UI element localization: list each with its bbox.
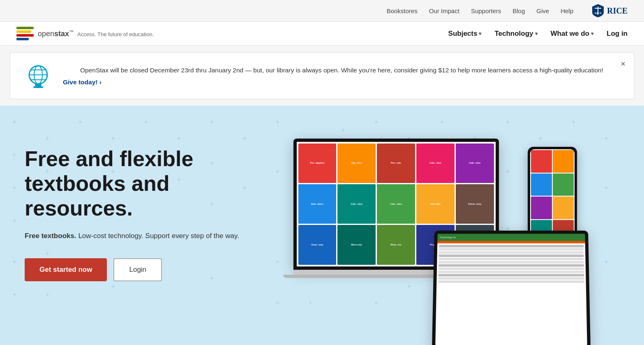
tablet-row	[439, 264, 584, 267]
nav-what-we-do-label: What we do	[551, 30, 589, 38]
top-utility-nav: Bookstores Our Impact Supporters Blog Gi…	[0, 0, 644, 22]
top-nav-supporters[interactable]: Supporters	[471, 7, 501, 14]
banner-give-link[interactable]: Give today! ›	[63, 79, 621, 86]
book-tile: Chem- istry	[456, 184, 494, 224]
openstax-logo[interactable]: openstax™ Access. The future of educatio…	[16, 27, 154, 40]
nav-subjects[interactable]: Subjects ▾	[448, 30, 482, 38]
logo-book-stack	[16, 27, 34, 40]
book-line-green	[16, 27, 34, 29]
logo-stax: stax	[54, 30, 69, 38]
top-nav-blog[interactable]: Blog	[512, 7, 525, 14]
tablet-row	[438, 277, 584, 280]
tablet-row	[439, 258, 584, 260]
rice-text: RICE	[607, 6, 628, 16]
banner-text: OpenStax will be closed December 23rd th…	[63, 65, 621, 75]
hero-subtitle-bold: Free textbooks.	[25, 232, 76, 240]
phone-tile	[553, 174, 574, 196]
rice-university-logo[interactable]: RICE RICE	[591, 3, 628, 18]
book-tile: Pre- algebra	[298, 144, 337, 183]
book-tile: Phys- ics	[377, 225, 415, 264]
book-tile: Calc- ulus	[337, 184, 376, 224]
svg-rect-6	[35, 84, 42, 86]
tablet-mockup: Psychology 2e	[433, 229, 589, 345]
phone-tile	[553, 150, 574, 173]
svg-rect-7	[33, 86, 43, 88]
book-tile: Calc- ulus	[377, 184, 415, 224]
chevron-down-icon: ▾	[535, 31, 538, 37]
hero-section: ++++++++++++++++++++++++++++++++++++++++…	[0, 106, 644, 345]
tablet-row	[439, 248, 583, 250]
hero-subtitle-rest: Low-cost technology. Support every step …	[78, 232, 239, 240]
svg-text:RICE: RICE	[595, 12, 602, 15]
phone-tile	[531, 197, 552, 219]
phone-tile	[531, 174, 552, 196]
tablet-row	[439, 251, 584, 254]
chevron-down-icon: ▾	[479, 31, 481, 37]
phone-tile	[531, 150, 552, 173]
tablet-row	[438, 267, 584, 270]
nav-login[interactable]: Log in	[607, 30, 628, 38]
hero-device-mockups: Pre- algebraAlg- ebraPre- calcCalc- ulus…	[255, 130, 619, 345]
top-nav-give[interactable]: Give	[536, 7, 549, 14]
chevron-down-icon: ▾	[591, 31, 593, 37]
nav-subjects-label: Subjects	[448, 30, 478, 38]
top-nav-bookstores[interactable]: Bookstores	[387, 7, 418, 14]
book-tile: Stat- istics	[298, 184, 337, 224]
logo-wordmark: openstax™ Access. The future of educatio…	[38, 29, 154, 38]
nav-what-we-do[interactable]: What we do ▾	[551, 30, 593, 38]
get-started-button[interactable]: Get started now	[25, 258, 107, 281]
tablet-content	[436, 243, 586, 285]
announcement-banner: OpenStax will be closed December 23rd th…	[10, 52, 634, 99]
hero-left-content: Free and flexible textbooks and resource…	[25, 130, 255, 281]
phone-tile	[553, 197, 574, 219]
tablet-row	[438, 280, 584, 283]
tablet-row	[438, 274, 584, 276]
main-navigation: Subjects ▾ Technology ▾ What we do ▾ Log…	[448, 30, 628, 38]
nav-technology[interactable]: Technology ▾	[494, 30, 537, 38]
logo-tagline: Access. The future of education.	[77, 31, 154, 37]
book-tile: Calc- ulus	[416, 144, 455, 183]
book-tile: Intro Bio	[416, 184, 455, 224]
top-nav-help[interactable]: Help	[561, 7, 573, 14]
banner-message: OpenStax will be closed December 23rd th…	[63, 65, 621, 86]
hero-subtitle: Free textbooks. Low-cost technology. Sup…	[25, 232, 255, 240]
book-line-yellow	[16, 30, 31, 33]
top-nav-our-impact[interactable]: Our Impact	[429, 7, 459, 14]
login-button[interactable]: Login	[113, 258, 162, 281]
logo-trademark: ™	[69, 29, 74, 34]
tablet-header-text: Psychology 2e	[440, 236, 456, 238]
phone-screen	[530, 149, 575, 243]
book-tile: Alg- ebra	[337, 144, 376, 183]
tablet-frame: Psychology 2e	[432, 231, 590, 345]
globe-icon	[23, 61, 53, 90]
book-line-red	[16, 34, 34, 37]
logo-open: open	[38, 30, 54, 38]
book-tile: Anat- omy	[298, 225, 337, 264]
book-tile: Calc- ulus	[456, 144, 494, 183]
banner-link-text: Give today!	[63, 79, 97, 86]
book-line-blue	[16, 38, 29, 40]
tablet-row	[438, 271, 584, 273]
book-tile: Micro bio	[337, 225, 376, 264]
tablet-row	[439, 245, 583, 248]
devices-container: Pre- algebraAlg- ebraPre- calcCalc- ulus…	[293, 130, 581, 345]
tablet-row	[439, 261, 584, 264]
hero-cta-buttons: Get started now Login	[25, 258, 255, 281]
tablet-header: Psychology 2e	[437, 234, 585, 241]
banner-close-button[interactable]: ×	[621, 59, 626, 69]
hero-title: Free and flexible textbooks and resource…	[25, 147, 255, 220]
tablet-screen: Psychology 2e	[435, 234, 587, 345]
main-header: openstax™ Access. The future of educatio…	[0, 22, 644, 46]
nav-technology-label: Technology	[494, 30, 533, 38]
book-tile: Pre- calc	[377, 144, 415, 183]
tablet-row	[439, 255, 584, 257]
arrow-right-icon: ›	[99, 79, 102, 86]
